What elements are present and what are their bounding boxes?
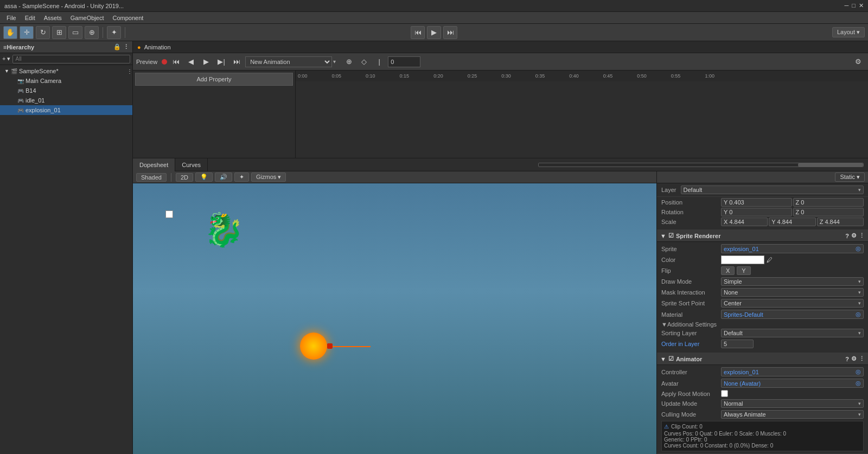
animator-header[interactable]: ▼ ☑ Animator ? ⚙ ⋮ xyxy=(657,353,868,365)
additional-settings-header[interactable]: ▼ Additional Settings xyxy=(661,321,864,328)
scale-tool[interactable]: ⊞ xyxy=(52,26,66,39)
menu-edit[interactable]: Edit xyxy=(21,14,40,22)
hierarchy-add[interactable]: + ▾ xyxy=(2,55,10,62)
update-mode-dropdown[interactable]: Normal ▾ xyxy=(721,399,864,408)
layout-dropdown[interactable]: Layout ▾ xyxy=(832,27,865,37)
animator-question[interactable]: ? xyxy=(845,356,849,362)
minimize-btn[interactable]: ─ xyxy=(845,2,849,9)
hierarchy-search[interactable] xyxy=(12,55,130,63)
flip-x-btn[interactable]: X xyxy=(721,266,735,275)
anim-scrollbar[interactable] xyxy=(538,163,864,167)
anim-prev-frame[interactable]: ◀ xyxy=(184,56,197,68)
mask-interaction-dropdown[interactable]: None ▾ xyxy=(721,288,864,297)
tree-item-explosion01[interactable]: 🎮 explosion_01 xyxy=(0,105,132,115)
menu-gameobject[interactable]: GameObject xyxy=(66,14,108,22)
sprite-ref-field[interactable]: explosion_01 ◎ xyxy=(721,244,864,253)
scene-2d-toggle[interactable]: 2D xyxy=(176,173,193,182)
pick-controller-icon[interactable]: ◎ xyxy=(856,368,861,375)
rot-xyz: Y 0 Z 0 xyxy=(721,208,864,216)
anim-key-btn[interactable]: ◇ xyxy=(358,56,371,68)
sr-question[interactable]: ? xyxy=(845,233,849,239)
anim-time-input[interactable] xyxy=(388,56,420,67)
anim-record-btn[interactable] xyxy=(162,59,167,65)
pos-z-field[interactable]: Z 0 xyxy=(793,198,864,207)
scale-x-field[interactable]: X 4.844 xyxy=(721,218,768,226)
scene-lighting-toggle[interactable]: 💡 xyxy=(195,172,213,182)
scene-fx-toggle[interactable]: ✦ xyxy=(234,172,249,182)
flip-y-btn[interactable]: Y xyxy=(737,266,750,275)
layer-dropdown[interactable]: Default ▾ xyxy=(681,186,864,194)
anim-play[interactable]: ▶ xyxy=(200,56,213,68)
scene-more[interactable]: ⋮ xyxy=(127,68,132,74)
play-btn[interactable]: ▶ xyxy=(427,26,441,39)
hierarchy-panel: ≡ Hierarchy 🔒 ⋮ + ▾ ▼ 🎬 SampleScene* ⋮ 📷… xyxy=(0,41,133,454)
rect-tool[interactable]: ▭ xyxy=(68,26,82,39)
tree-item-b14[interactable]: 🎮 B14 xyxy=(0,86,132,95)
pick-color-icon[interactable]: 🖊 xyxy=(767,257,773,263)
transform-handle-white[interactable] xyxy=(165,210,173,218)
anim-more-btn[interactable]: | xyxy=(373,56,386,68)
animator-more[interactable]: ⋮ xyxy=(859,355,865,362)
anim-goto-start[interactable]: ⏮ xyxy=(169,56,182,68)
anim-tab-curves[interactable]: Curves xyxy=(175,158,208,171)
animator-settings[interactable]: ⚙ xyxy=(851,355,857,362)
tree-item-idle01[interactable]: 🎮 idle_01 xyxy=(0,95,132,105)
sr-settings[interactable]: ⚙ xyxy=(851,232,857,239)
menu-file[interactable]: File xyxy=(2,14,21,22)
add-property-btn[interactable]: Add Property xyxy=(135,73,293,86)
controller-ref-field[interactable]: explosion_01 ◎ xyxy=(721,367,864,376)
sort-point-dropdown[interactable]: Center ▾ xyxy=(721,299,864,308)
transform-handle-orange[interactable] xyxy=(327,343,333,349)
step-back-btn[interactable]: ⏮ xyxy=(411,26,425,39)
sorting-layer-dropdown[interactable]: Default ▾ xyxy=(721,329,864,337)
root-motion-checkbox[interactable] xyxy=(721,390,728,397)
transform-tool[interactable]: ⊕ xyxy=(85,26,99,39)
anim-snap-btn[interactable]: ⊕ xyxy=(342,56,355,68)
sr-more[interactable]: ⋮ xyxy=(859,232,865,239)
close-btn[interactable]: ✕ xyxy=(859,2,864,9)
scene-canvas[interactable]: ☁ 🐉 xyxy=(133,183,656,454)
material-ref-field[interactable]: Sprites-Default ◎ xyxy=(721,310,864,319)
menu-component[interactable]: Component xyxy=(108,14,148,22)
maximize-btn[interactable]: □ xyxy=(852,2,856,9)
hierarchy-lock[interactable]: 🔒 xyxy=(113,43,121,50)
anim-next-frame[interactable]: ▶| xyxy=(215,56,228,68)
anim-clip-select[interactable]: New Animation xyxy=(245,56,332,67)
order-in-layer-label[interactable]: Order in Layer xyxy=(661,341,721,347)
color-swatch[interactable] xyxy=(721,255,764,264)
scale-z-field[interactable]: Z 4.844 xyxy=(817,218,864,226)
scale-y-field[interactable]: Y 4.844 xyxy=(769,218,815,226)
mask-chevron: ▾ xyxy=(858,290,861,295)
anim-tab-dopesheet[interactable]: Dopesheet xyxy=(133,158,175,171)
order-in-layer-value[interactable]: 5 xyxy=(721,340,754,348)
static-dropdown[interactable]: Static ▾ xyxy=(835,172,865,182)
pick-avatar-icon[interactable]: ◎ xyxy=(856,380,861,387)
drawmode-dropdown[interactable]: Simple ▾ xyxy=(721,277,864,286)
pick-sprite-icon[interactable]: ◎ xyxy=(856,245,861,252)
sprite-renderer-header[interactable]: ▼ ☑ Sprite Renderer ? ⚙ ⋮ xyxy=(657,230,868,242)
anim-clip-arrow[interactable]: ▾ xyxy=(333,59,336,65)
avatar-ref-field[interactable]: None (Avatar) ◎ xyxy=(721,379,864,388)
animator-enabled-check[interactable]: ☑ xyxy=(668,355,674,362)
step-fwd-btn[interactable]: ⏭ xyxy=(443,26,457,39)
sr-enabled-check[interactable]: ☑ xyxy=(668,232,674,239)
rot-z-field[interactable]: Z 0 xyxy=(793,208,864,216)
pick-material-icon[interactable]: ◎ xyxy=(856,311,861,318)
pos-y-field[interactable]: Y 0.403 xyxy=(721,198,792,207)
scene-gizmos-toggle[interactable]: Gizmos ▾ xyxy=(251,172,286,182)
hierarchy-more[interactable]: ⋮ xyxy=(123,43,129,50)
hand-tool[interactable]: ✋ xyxy=(3,26,17,39)
anim-settings[interactable]: ⚙ xyxy=(852,56,865,68)
pivot-toggle[interactable]: ✦ xyxy=(107,26,121,39)
culling-mode-dropdown[interactable]: Always Animate ▾ xyxy=(721,410,864,419)
rotate-tool[interactable]: ↻ xyxy=(36,26,50,39)
tree-item-maincamera[interactable]: 📷 Main Camera xyxy=(0,76,132,86)
menu-assets[interactable]: Assets xyxy=(40,14,66,22)
anim-goto-end[interactable]: ⏭ xyxy=(230,56,243,68)
tree-item-samplescene[interactable]: ▼ 🎬 SampleScene* ⋮ xyxy=(0,66,132,76)
scene-shading-mode[interactable]: Shaded xyxy=(136,173,167,182)
rot-y-field[interactable]: Y 0 xyxy=(721,208,792,216)
window-controls[interactable]: ─ □ ✕ xyxy=(845,2,864,9)
move-tool[interactable]: ✛ xyxy=(20,26,34,39)
scene-audio-toggle[interactable]: 🔊 xyxy=(215,172,232,182)
